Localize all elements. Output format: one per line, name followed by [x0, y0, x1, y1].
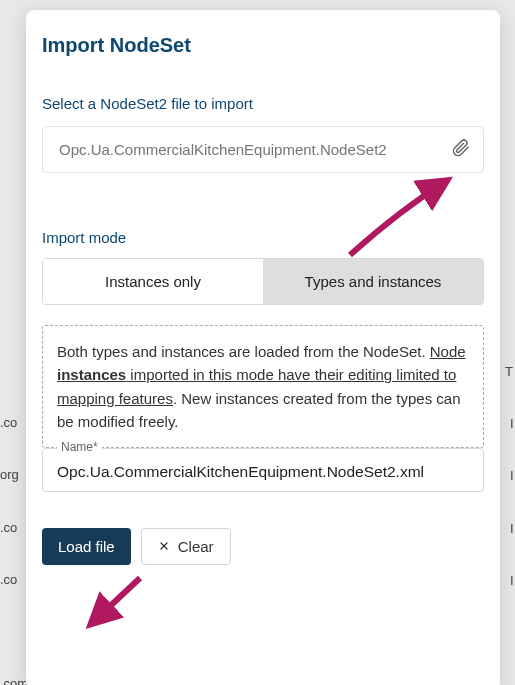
import-nodeset-modal: Import NodeSet Select a NodeSet2 file to…	[26, 10, 500, 685]
modal-title: Import NodeSet	[42, 34, 484, 57]
background-text: .co	[0, 572, 17, 587]
clear-button[interactable]: Clear	[141, 528, 231, 565]
action-row: Load file Clear	[42, 528, 484, 565]
toggle-instances-only[interactable]: Instances only	[43, 259, 263, 304]
file-input-wrapper	[42, 126, 484, 173]
close-icon	[158, 538, 170, 555]
name-field[interactable]: Name* Opc.Ua.CommercialKitchenEquipment.…	[42, 448, 484, 492]
toggle-types-and-instances[interactable]: Types and instances	[263, 259, 483, 304]
background-text: .co	[0, 520, 17, 535]
info-text-pre: Both types and instances are loaded from…	[57, 343, 430, 360]
file-input[interactable]	[42, 126, 484, 173]
background-text: org	[0, 467, 19, 482]
info-box: Both types and instances are loaded from…	[42, 325, 484, 448]
background-text: I	[510, 416, 514, 431]
background-text: .co	[0, 415, 17, 430]
background-text: I	[510, 521, 514, 536]
background-text: T	[505, 364, 513, 379]
import-mode-toggle: Instances only Types and instances	[42, 258, 484, 305]
name-label: Name*	[57, 440, 102, 454]
paperclip-icon[interactable]	[452, 138, 470, 162]
load-file-button[interactable]: Load file	[42, 528, 131, 565]
name-value: Opc.Ua.CommercialKitchenEquipment.NodeSe…	[57, 457, 469, 481]
mode-section-label: Import mode	[42, 229, 484, 246]
file-section-label: Select a NodeSet2 file to import	[42, 95, 484, 112]
clear-button-label: Clear	[178, 538, 214, 555]
background-text: I	[510, 468, 514, 483]
background-text: I	[510, 573, 514, 588]
